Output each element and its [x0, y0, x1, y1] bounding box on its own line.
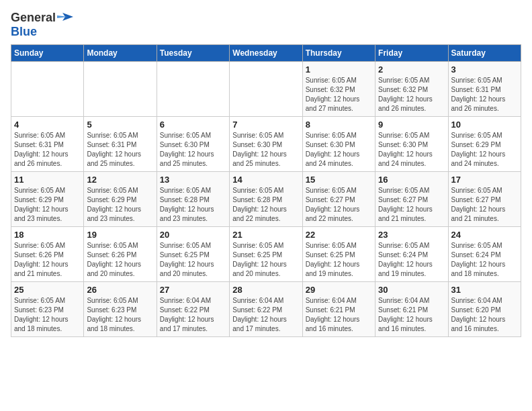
calendar-cell: 1Sunrise: 6:05 AM Sunset: 6:32 PM Daylig…	[302, 62, 375, 117]
day-number: 25	[14, 285, 81, 295]
day-number: 29	[306, 285, 372, 295]
calendar-cell: 16Sunrise: 6:05 AM Sunset: 6:27 PM Dayli…	[375, 172, 448, 227]
calendar-cell: 17Sunrise: 6:05 AM Sunset: 6:27 PM Dayli…	[448, 172, 521, 227]
calendar-cell: 14Sunrise: 6:05 AM Sunset: 6:28 PM Dayli…	[230, 172, 302, 227]
calendar-cell	[11, 62, 84, 117]
day-number: 27	[160, 285, 226, 295]
calendar-cell: 30Sunrise: 6:04 AM Sunset: 6:21 PM Dayli…	[375, 282, 448, 337]
calendar-cell: 26Sunrise: 6:05 AM Sunset: 6:23 PM Dayli…	[84, 282, 157, 337]
calendar-cell: 18Sunrise: 6:05 AM Sunset: 6:26 PM Dayli…	[11, 227, 84, 282]
calendar-cell: 29Sunrise: 6:04 AM Sunset: 6:21 PM Dayli…	[302, 282, 375, 337]
calendar-week-row: 1Sunrise: 6:05 AM Sunset: 6:32 PM Daylig…	[11, 62, 521, 117]
calendar-cell: 6Sunrise: 6:05 AM Sunset: 6:30 PM Daylig…	[157, 117, 229, 172]
weekday-header: Sunday	[11, 45, 84, 62]
calendar-cell: 12Sunrise: 6:05 AM Sunset: 6:29 PM Dayli…	[84, 172, 157, 227]
day-number: 17	[451, 175, 518, 185]
calendar-cell: 15Sunrise: 6:05 AM Sunset: 6:27 PM Dayli…	[302, 172, 375, 227]
day-number: 21	[232, 230, 299, 240]
calendar-week-row: 11Sunrise: 6:05 AM Sunset: 6:29 PM Dayli…	[11, 172, 521, 227]
calendar-cell	[84, 62, 157, 117]
calendar-cell: 7Sunrise: 6:05 AM Sunset: 6:30 PM Daylig…	[230, 117, 302, 172]
weekday-header: Saturday	[448, 45, 521, 62]
weekday-header: Monday	[84, 45, 157, 62]
calendar-cell: 28Sunrise: 6:04 AM Sunset: 6:22 PM Dayli…	[230, 282, 302, 337]
day-number: 22	[306, 230, 372, 240]
calendar-table: SundayMondayTuesdayWednesdayThursdayFrid…	[11, 44, 521, 337]
weekday-header-row: SundayMondayTuesdayWednesdayThursdayFrid…	[11, 45, 521, 62]
day-info: Sunrise: 6:05 AM Sunset: 6:26 PM Dayligh…	[87, 241, 153, 279]
calendar-cell: 9Sunrise: 6:05 AM Sunset: 6:30 PM Daylig…	[375, 117, 448, 172]
weekday-header: Tuesday	[157, 45, 229, 62]
calendar-cell: 27Sunrise: 6:04 AM Sunset: 6:22 PM Dayli…	[157, 282, 229, 337]
day-number: 30	[378, 285, 445, 295]
day-number: 10	[451, 120, 518, 130]
day-info: Sunrise: 6:05 AM Sunset: 6:24 PM Dayligh…	[451, 241, 518, 279]
day-number: 26	[87, 285, 153, 295]
day-number: 7	[232, 120, 299, 130]
calendar-cell	[230, 62, 302, 117]
calendar-cell: 21Sunrise: 6:05 AM Sunset: 6:25 PM Dayli…	[230, 227, 302, 282]
weekday-header: Friday	[375, 45, 448, 62]
day-number: 2	[378, 64, 445, 75]
calendar-week-row: 18Sunrise: 6:05 AM Sunset: 6:26 PM Dayli…	[11, 227, 521, 282]
day-info: Sunrise: 6:04 AM Sunset: 6:21 PM Dayligh…	[306, 296, 372, 334]
weekday-header: Thursday	[302, 45, 375, 62]
calendar-cell: 31Sunrise: 6:04 AM Sunset: 6:20 PM Dayli…	[448, 282, 521, 337]
day-info: Sunrise: 6:05 AM Sunset: 6:25 PM Dayligh…	[160, 241, 226, 279]
calendar-cell: 22Sunrise: 6:05 AM Sunset: 6:25 PM Dayli…	[302, 227, 375, 282]
day-info: Sunrise: 6:05 AM Sunset: 6:31 PM Dayligh…	[14, 131, 81, 169]
calendar-cell: 19Sunrise: 6:05 AM Sunset: 6:26 PM Dayli…	[84, 227, 157, 282]
day-info: Sunrise: 6:05 AM Sunset: 6:27 PM Dayligh…	[306, 186, 372, 224]
calendar-cell: 20Sunrise: 6:05 AM Sunset: 6:25 PM Dayli…	[157, 227, 229, 282]
day-info: Sunrise: 6:05 AM Sunset: 6:29 PM Dayligh…	[14, 186, 81, 224]
day-number: 31	[451, 285, 518, 295]
day-info: Sunrise: 6:05 AM Sunset: 6:31 PM Dayligh…	[451, 76, 518, 113]
day-number: 14	[232, 175, 299, 185]
day-info: Sunrise: 6:04 AM Sunset: 6:20 PM Dayligh…	[451, 296, 518, 334]
calendar-cell: 25Sunrise: 6:05 AM Sunset: 6:23 PM Dayli…	[11, 282, 84, 337]
day-info: Sunrise: 6:05 AM Sunset: 6:27 PM Dayligh…	[378, 186, 445, 224]
day-number: 1	[306, 64, 372, 75]
logo: General Blue	[11, 11, 73, 39]
day-info: Sunrise: 6:05 AM Sunset: 6:23 PM Dayligh…	[14, 296, 81, 334]
day-number: 23	[378, 230, 445, 240]
day-number: 19	[87, 230, 153, 240]
day-number: 20	[160, 230, 226, 240]
day-info: Sunrise: 6:04 AM Sunset: 6:22 PM Dayligh…	[160, 296, 226, 334]
day-info: Sunrise: 6:05 AM Sunset: 6:23 PM Dayligh…	[87, 296, 153, 334]
day-info: Sunrise: 6:05 AM Sunset: 6:28 PM Dayligh…	[160, 186, 226, 224]
day-info: Sunrise: 6:05 AM Sunset: 6:29 PM Dayligh…	[87, 186, 153, 224]
day-info: Sunrise: 6:05 AM Sunset: 6:32 PM Dayligh…	[378, 76, 445, 113]
day-number: 4	[14, 120, 81, 130]
day-info: Sunrise: 6:05 AM Sunset: 6:29 PM Dayligh…	[451, 131, 518, 169]
day-info: Sunrise: 6:05 AM Sunset: 6:27 PM Dayligh…	[451, 186, 518, 224]
day-number: 8	[306, 120, 372, 130]
day-number: 24	[451, 230, 518, 240]
day-number: 12	[87, 175, 153, 185]
day-info: Sunrise: 6:05 AM Sunset: 6:30 PM Dayligh…	[160, 131, 226, 169]
calendar-week-row: 25Sunrise: 6:05 AM Sunset: 6:23 PM Dayli…	[11, 282, 521, 337]
day-number: 18	[14, 230, 81, 240]
day-number: 6	[160, 120, 226, 130]
logo-blue: Blue	[11, 25, 37, 39]
logo-general: General	[11, 11, 56, 25]
calendar-cell: 23Sunrise: 6:05 AM Sunset: 6:24 PM Dayli…	[375, 227, 448, 282]
day-info: Sunrise: 6:04 AM Sunset: 6:21 PM Dayligh…	[378, 296, 445, 334]
day-number: 16	[378, 175, 445, 185]
day-info: Sunrise: 6:05 AM Sunset: 6:28 PM Dayligh…	[232, 186, 299, 224]
calendar-cell: 4Sunrise: 6:05 AM Sunset: 6:31 PM Daylig…	[11, 117, 84, 172]
day-info: Sunrise: 6:05 AM Sunset: 6:32 PM Dayligh…	[306, 76, 372, 113]
calendar-cell: 24Sunrise: 6:05 AM Sunset: 6:24 PM Dayli…	[448, 227, 521, 282]
calendar-cell: 2Sunrise: 6:05 AM Sunset: 6:32 PM Daylig…	[375, 62, 448, 117]
day-number: 9	[378, 120, 445, 130]
day-number: 13	[160, 175, 226, 185]
day-info: Sunrise: 6:05 AM Sunset: 6:30 PM Dayligh…	[378, 131, 445, 169]
day-info: Sunrise: 6:05 AM Sunset: 6:26 PM Dayligh…	[14, 241, 81, 279]
page-header: General Blue	[11, 11, 521, 39]
day-number: 3	[451, 64, 518, 75]
day-info: Sunrise: 6:05 AM Sunset: 6:30 PM Dayligh…	[232, 131, 299, 169]
day-number: 11	[14, 175, 81, 185]
day-number: 5	[87, 120, 153, 130]
calendar-cell: 5Sunrise: 6:05 AM Sunset: 6:31 PM Daylig…	[84, 117, 157, 172]
day-number: 28	[232, 285, 299, 295]
